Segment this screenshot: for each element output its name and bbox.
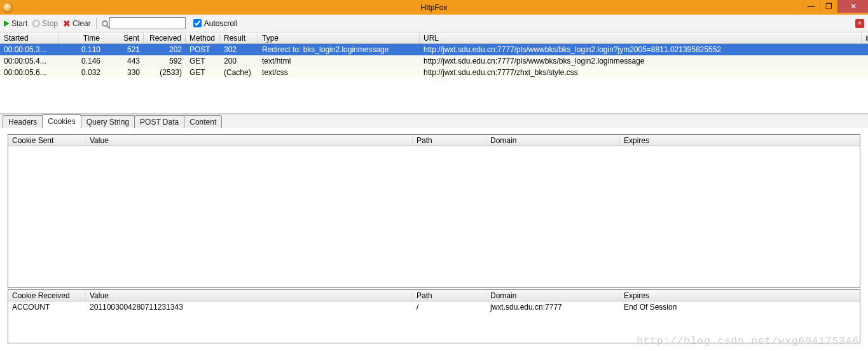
minimize-button[interactable]: — (802, 0, 820, 13)
stop-button[interactable]: Stop (32, 19, 58, 28)
tab-query-string[interactable]: Query String (81, 115, 135, 128)
cookies-recv-body[interactable]: ACCOUNT2011003004280711231343/jwxt.sdu.e… (8, 301, 860, 313)
col-time[interactable]: Time (59, 34, 104, 43)
column-picker-icon[interactable]: ▤ (862, 34, 868, 41)
col-type[interactable]: Type (258, 34, 420, 43)
col-started[interactable]: Started (0, 34, 59, 43)
clear-x-icon: ✖ (63, 18, 71, 29)
cs-col-value[interactable]: Value (86, 136, 413, 145)
stop-label: Stop (42, 19, 58, 28)
col-result[interactable]: Result (220, 34, 258, 43)
cs-col-domain[interactable]: Domain (486, 136, 620, 145)
window-title: HttpFox (0, 3, 868, 12)
play-icon (4, 20, 10, 27)
toolbar: Start Stop ✖ Clear Autoscroll × (0, 15, 868, 32)
cookies-recv-header: Cookie Received Value Path Domain Expire… (8, 290, 860, 301)
cookies-panel: Cookie Sent Value Path Domain Expires Co… (0, 128, 868, 351)
cookies-received-grid: Cookie Received Value Path Domain Expire… (8, 289, 860, 343)
clear-label: Clear (72, 19, 91, 28)
tab-cookies[interactable]: Cookies (42, 114, 81, 128)
close-button[interactable]: ✕ (837, 0, 868, 13)
stop-icon (32, 20, 40, 27)
cr-col-path[interactable]: Path (413, 291, 486, 300)
table-row[interactable]: 00:00:05.6...0.032330(2533)GET(Cache)tex… (0, 67, 868, 78)
col-sent[interactable]: Sent (104, 34, 144, 43)
request-list: Started Time Sent Received Method Result… (0, 32, 868, 114)
table-row[interactable]: 00:00:05.4...0.146443592GET200text/htmlh… (0, 55, 868, 67)
search-icon (102, 20, 108, 27)
tab-post-data[interactable]: POST Data (134, 115, 184, 128)
clear-button[interactable]: ✖ Clear (63, 18, 91, 29)
cr-col-expires[interactable]: Expires (620, 291, 855, 300)
restore-button[interactable]: ❐ (820, 0, 837, 13)
cr-col-domain[interactable]: Domain (486, 291, 620, 300)
cs-col-expires[interactable]: Expires (620, 136, 855, 145)
tab-headers[interactable]: Headers (3, 115, 43, 128)
cr-col-name[interactable]: Cookie Received (8, 291, 86, 300)
request-body[interactable]: 00:00:05.3...0.110521202POST302Redirect … (0, 44, 868, 114)
cs-col-name[interactable]: Cookie Sent (8, 136, 86, 145)
cookies-sent-grid: Cookie Sent Value Path Domain Expires (8, 134, 860, 288)
detail-tabs: HeadersCookiesQuery StringPOST DataConte… (0, 114, 868, 128)
autoscroll-label: Autoscroll (204, 19, 238, 28)
tab-content[interactable]: Content (184, 115, 222, 128)
start-button[interactable]: Start (4, 19, 27, 28)
start-label: Start (11, 19, 27, 28)
title-bar: HttpFox — ❐ ✕ (0, 0, 868, 15)
col-url[interactable]: URL (420, 34, 862, 43)
autoscroll-toggle[interactable]: Autoscroll (193, 19, 238, 28)
cs-col-path[interactable]: Path (413, 136, 486, 145)
autoscroll-checkbox[interactable] (193, 19, 202, 27)
toolbar-separator (96, 18, 97, 29)
cookies-sent-header: Cookie Sent Value Path Domain Expires (8, 135, 860, 146)
col-received[interactable]: Received (144, 34, 186, 43)
request-header-row: Started Time Sent Received Method Result… (0, 32, 868, 44)
filter-input[interactable] (109, 17, 186, 29)
window-buttons: — ❐ ✕ (802, 0, 868, 13)
cr-col-value[interactable]: Value (86, 291, 413, 300)
col-method[interactable]: Method (186, 34, 220, 43)
table-row[interactable]: ACCOUNT2011003004280711231343/jwxt.sdu.e… (8, 301, 860, 313)
panel-close-button[interactable]: × (855, 19, 864, 28)
table-row[interactable]: 00:00:05.3...0.110521202POST302Redirect … (0, 44, 868, 55)
